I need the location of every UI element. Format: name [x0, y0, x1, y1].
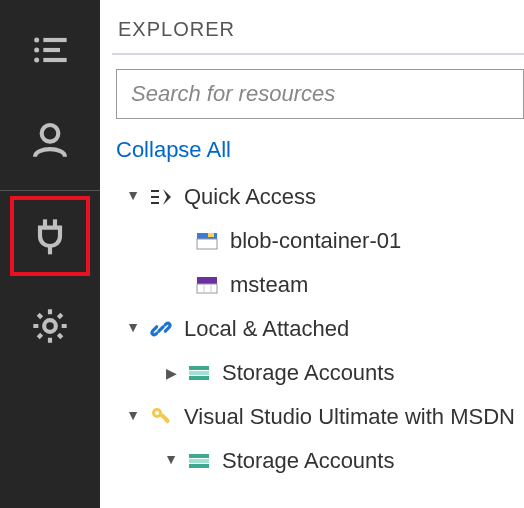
header-separator: [112, 53, 524, 55]
svg-rect-23: [189, 371, 209, 375]
list-icon: [30, 30, 70, 70]
svg-rect-31: [189, 464, 209, 468]
tree-node-storage-accounts-1[interactable]: ▶ Storage Accounts: [112, 351, 524, 395]
activity-divider: [0, 190, 100, 191]
svg-point-26: [155, 411, 159, 415]
link-icon: [148, 316, 174, 342]
resource-tree: ▲ Quick Access blob-container-01 msteam …: [112, 175, 524, 483]
search-input[interactable]: [131, 81, 509, 107]
svg-point-6: [42, 125, 59, 142]
svg-marker-14: [163, 189, 171, 205]
svg-rect-30: [189, 459, 209, 463]
plug-icon: [30, 216, 70, 256]
tree-label: blob-container-01: [230, 228, 401, 254]
tree-label: Local & Attached: [184, 316, 349, 342]
storage-icon: [186, 360, 212, 386]
storage-icon: [186, 448, 212, 474]
chevron-down-icon[interactable]: ▲: [162, 453, 180, 469]
connect-tab[interactable]: [10, 196, 90, 276]
gear-icon: [30, 306, 70, 346]
tree-label: Quick Access: [184, 184, 316, 210]
tree-node-blob-container[interactable]: blob-container-01: [112, 219, 524, 263]
account-icon: [30, 120, 70, 160]
svg-point-4: [34, 58, 39, 63]
key-icon: [148, 404, 174, 430]
svg-rect-24: [189, 376, 209, 380]
svg-rect-29: [189, 454, 209, 458]
tree-label: Storage Accounts: [222, 448, 394, 474]
chevron-down-icon[interactable]: ▲: [124, 189, 142, 205]
chevron-right-icon[interactable]: ▶: [162, 365, 180, 381]
activity-bar: [0, 0, 100, 508]
settings-tab[interactable]: [10, 286, 90, 366]
table-icon: [194, 272, 220, 298]
tree-node-local-attached[interactable]: ▲ Local & Attached: [112, 307, 524, 351]
svg-point-0: [34, 38, 39, 43]
account-tab[interactable]: [10, 100, 90, 180]
svg-rect-19: [197, 284, 217, 293]
svg-rect-22: [189, 366, 209, 370]
explorer-title: EXPLORER: [112, 0, 524, 53]
tree-node-storage-accounts-2[interactable]: ▲ Storage Accounts: [112, 439, 524, 483]
blob-container-icon: [194, 228, 220, 254]
tree-label: Storage Accounts: [222, 360, 394, 386]
chevron-down-icon[interactable]: ▲: [124, 321, 142, 337]
svg-point-10: [44, 320, 56, 332]
quick-access-icon: [148, 184, 174, 210]
tree-node-subscription[interactable]: ▲ Visual Studio Ultimate with MSDN: [112, 395, 524, 439]
explorer-panel: EXPLORER Collapse All ▲ Quick Access blo…: [100, 0, 524, 508]
explorer-tab[interactable]: [10, 10, 90, 90]
svg-rect-17: [208, 233, 214, 237]
tree-node-msteam[interactable]: msteam: [112, 263, 524, 307]
svg-rect-16: [197, 239, 217, 249]
svg-point-2: [34, 48, 39, 53]
tree-label: Visual Studio Ultimate with MSDN: [184, 404, 515, 430]
svg-rect-18: [197, 277, 217, 284]
search-box[interactable]: [116, 69, 524, 119]
tree-label: msteam: [230, 272, 308, 298]
collapse-all-link[interactable]: Collapse All: [112, 119, 524, 175]
tree-node-quick-access[interactable]: ▲ Quick Access: [112, 175, 524, 219]
chevron-down-icon[interactable]: ▲: [124, 409, 142, 425]
